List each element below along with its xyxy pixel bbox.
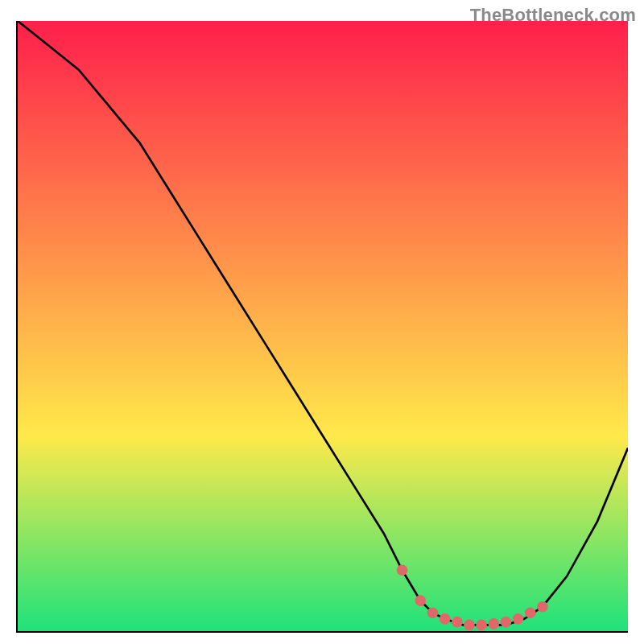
plot-area bbox=[16, 21, 628, 633]
marker-dot bbox=[397, 564, 408, 576]
marker-dot bbox=[476, 620, 487, 631]
marker-dot bbox=[415, 595, 426, 606]
marker-dot bbox=[501, 617, 512, 628]
plot-inner bbox=[18, 21, 628, 631]
marker-dot bbox=[464, 620, 475, 631]
marker-dot bbox=[488, 618, 499, 630]
marker-dot bbox=[537, 601, 548, 613]
marker-dot bbox=[427, 607, 439, 618]
chart-frame: TheBottleneck.com bbox=[0, 0, 644, 644]
marker-dot bbox=[452, 617, 463, 628]
marker-dot bbox=[513, 613, 524, 625]
marker-dot bbox=[525, 607, 536, 618]
marker-dot bbox=[440, 613, 451, 625]
bottleneck-curve bbox=[18, 21, 628, 625]
sweet-spot-markers bbox=[397, 564, 548, 630]
curve-layer bbox=[18, 21, 628, 631]
